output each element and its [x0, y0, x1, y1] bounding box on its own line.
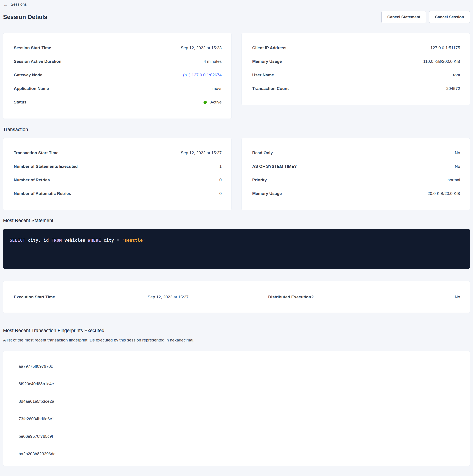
kv-label: User Name — [252, 73, 274, 77]
status-value: Active — [203, 100, 222, 104]
fingerprint-id: aa79775ff097970c — [3, 358, 470, 375]
kv-value: 110.0 KiB/200.0 KiB — [423, 59, 460, 64]
cancel-statement-button[interactable]: Cancel Statement — [381, 11, 426, 23]
statement-section-title: Most Recent Statement — [3, 218, 470, 223]
fingerprint-id: 8d4ae61a5fb3ce2a — [3, 393, 470, 410]
kv-row: Transaction Start TimeSep 12, 2022 at 15… — [14, 146, 222, 160]
kv-value: No — [455, 164, 460, 169]
sql-token-keyword: WHERE — [88, 238, 101, 243]
gateway-node-link[interactable]: (n1) 127.0.0.1:62674 — [183, 73, 222, 77]
page-header: Session Details Cancel Statement Cancel … — [3, 11, 470, 23]
fingerprints-description: A list of the most recent transaction fi… — [3, 338, 470, 342]
kv-label: Transaction Count — [252, 86, 289, 91]
kv-value: root — [453, 73, 460, 77]
kv-value: 20.0 KiB/20.0 KiB — [427, 191, 460, 196]
kv-label: Memory Usage — [252, 191, 282, 196]
sql-token-keyword: SELECT — [10, 238, 25, 243]
fingerprints-card: aa79775ff097970c8f920c40d88b1c4e8d4ae61a… — [3, 351, 470, 466]
kv-row: Session Start TimeSep 12, 2022 at 15:23 — [14, 41, 222, 55]
kv-row: Number of Retries0 — [14, 173, 222, 187]
session-summary-row: Session Start TimeSep 12, 2022 at 15:23S… — [3, 33, 470, 119]
kv-label: Client IP Address — [252, 46, 286, 50]
session-details-card-left: Session Start TimeSep 12, 2022 at 15:23S… — [3, 33, 231, 119]
kv-value: normal — [447, 178, 460, 182]
breadcrumb-back-sessions[interactable]: ← Sessions — [0, 0, 27, 7]
fingerprint-id: 8f920c40d88b1c4e — [3, 375, 470, 393]
kv-label: Application Name — [14, 86, 49, 91]
transaction-card-right: Read OnlyNoAS OF SYSTEM TIME?NoPriorityn… — [242, 138, 470, 210]
kv-row: Gateway Node(n1) 127.0.0.1:62674 — [14, 68, 222, 82]
kv-row: Read OnlyNo — [252, 146, 460, 160]
kv-label: Session Start Time — [14, 46, 51, 50]
fingerprint-id: 73fe26034bd6e6c1 — [3, 410, 470, 428]
page-title: Session Details — [3, 14, 48, 20]
distributed-execution-label: Distributed Execution? — [268, 295, 380, 299]
kv-label: Number of Automatic Retries — [14, 191, 71, 196]
sql-token-plain: city, id — [25, 238, 51, 243]
kv-label: Read Only — [252, 151, 273, 155]
kv-value: movr — [212, 86, 222, 91]
kv-row: StatusActive — [14, 95, 222, 109]
kv-label: Session Active Duration — [14, 59, 61, 64]
kv-row: Memory Usage20.0 KiB/20.0 KiB — [252, 187, 460, 200]
kv-row: Client IP Address127.0.0.1:51175 — [252, 41, 460, 55]
transaction-section-title: Transaction — [3, 127, 470, 132]
kv-row: Number of Statements Executed1 — [14, 160, 222, 173]
kv-row: Number of Automatic Retries0 — [14, 187, 222, 200]
kv-value: Sep 12, 2022 at 15:23 — [181, 46, 222, 50]
header-actions: Cancel Statement Cancel Session — [381, 11, 470, 23]
kv-label: Transaction Start Time — [14, 151, 59, 155]
status-active-dot-icon — [203, 101, 207, 104]
kv-value: No — [455, 151, 460, 155]
execution-start-time-value: Sep 12, 2022 at 15:27 — [148, 295, 268, 299]
kv-label: Gateway Node — [14, 73, 42, 77]
kv-row: Transaction Count204572 — [252, 82, 460, 95]
kv-label: Number of Retries — [14, 178, 50, 182]
fingerprint-id: be06e9570f785c9f — [3, 428, 470, 445]
kv-row: Session Active Duration4 minutes — [14, 55, 222, 68]
distributed-execution-value: No — [380, 295, 460, 299]
execution-start-time-label: Execution Start Time — [14, 295, 148, 299]
fingerprints-section-title: Most Recent Transaction Fingerprints Exe… — [3, 328, 470, 333]
sql-token-plain: vehicles — [62, 238, 88, 243]
kv-value: 4 minutes — [204, 59, 222, 64]
sql-token-keyword: FROM — [51, 238, 62, 243]
sql-token-plain: city = — [101, 238, 122, 243]
kv-value: 0 — [219, 178, 222, 182]
transaction-row: Transaction Start TimeSep 12, 2022 at 15… — [3, 138, 470, 210]
kv-row: User Nameroot — [252, 68, 460, 82]
kv-row: AS OF SYSTEM TIME?No — [252, 160, 460, 173]
kv-row: Memory Usage110.0 KiB/200.0 KiB — [252, 55, 460, 68]
cancel-session-button[interactable]: Cancel Session — [429, 11, 470, 23]
sql-code-block: SELECT city, id FROM vehicles WHERE city… — [3, 229, 470, 269]
kv-value: 127.0.0.1:51175 — [430, 46, 460, 50]
kv-row: Prioritynormal — [252, 173, 460, 187]
session-details-card-right: Client IP Address127.0.0.1:51175Memory U… — [242, 33, 470, 105]
kv-label: Number of Statements Executed — [14, 164, 78, 169]
kv-label: Memory Usage — [252, 59, 282, 64]
kv-value: 1 — [219, 164, 222, 169]
kv-value: 0 — [219, 191, 222, 196]
kv-label: Priority — [252, 178, 267, 182]
kv-row: Application Namemovr — [14, 82, 222, 95]
execution-card: Execution Start Time Sep 12, 2022 at 15:… — [3, 281, 470, 313]
kv-value: Sep 12, 2022 at 15:27 — [181, 151, 222, 155]
back-arrow-icon: ← — [3, 2, 8, 7]
sql-token-string: 'seattle' — [122, 238, 145, 243]
kv-label: Status — [14, 100, 26, 104]
fingerprint-id: ba2b203b823296de — [3, 445, 470, 463]
status-text: Active — [210, 100, 222, 104]
kv-value: 204572 — [446, 86, 460, 91]
transaction-card-left: Transaction Start TimeSep 12, 2022 at 15… — [3, 138, 231, 210]
breadcrumb-label: Sessions — [11, 2, 27, 7]
kv-label: AS OF SYSTEM TIME? — [252, 164, 297, 169]
